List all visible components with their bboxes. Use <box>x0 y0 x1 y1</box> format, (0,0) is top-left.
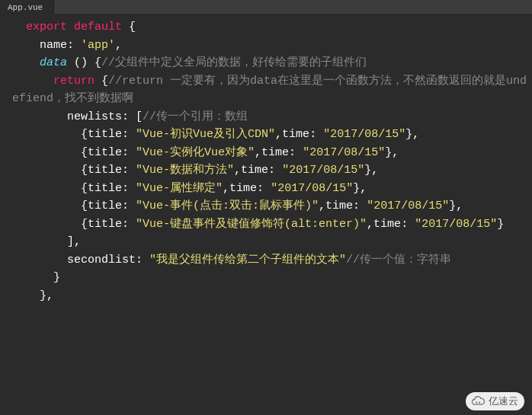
item-title-key: title <box>88 128 122 141</box>
svg-point-1 <box>479 402 480 404</box>
code-content: export default { name: 'app', data () {/… <box>12 18 532 305</box>
cloud-icon <box>470 394 486 409</box>
kw-default: default <box>74 21 122 34</box>
item-time-key: time <box>282 128 309 141</box>
code-editor[interactable]: export default { name: 'app', data () {/… <box>0 14 532 305</box>
comment-data: //父组件中定义全局的数据，好传给需要的子组件们 <box>101 56 367 69</box>
prop-name-val: 'app' <box>81 39 115 52</box>
comment-secondlist: //传一个值：字符串 <box>346 254 451 267</box>
gutter <box>0 18 9 414</box>
prop-secondlist-key: secondlist <box>67 254 136 267</box>
item-time-val: "2017/08/15" <box>323 128 405 141</box>
comment-newlists: //传一个引用：数组 <box>143 110 248 123</box>
tab-app-vue[interactable]: App.vue <box>0 0 54 14</box>
watermark-text: 亿速云 <box>489 394 518 408</box>
kw-return: return <box>53 75 95 88</box>
svg-point-0 <box>476 402 477 404</box>
tab-bar: App.vue <box>0 0 532 14</box>
watermark-badge: 亿速云 <box>466 392 524 410</box>
kw-export: export <box>26 21 67 34</box>
array-close: ], <box>67 235 81 248</box>
brace-close: } <box>53 271 60 284</box>
tab-filename: App.vue <box>8 3 43 12</box>
prop-name-key: name <box>40 39 67 52</box>
prop-secondlist-val: "我是父组件传给第二个子组件的文本" <box>149 254 346 267</box>
brace: { <box>122 21 136 34</box>
item-title-val: "Vue-初识Vue及引入CDN" <box>136 128 275 141</box>
prop-newlists-key: newlists <box>67 110 122 123</box>
prop-data-key: data <box>40 56 67 69</box>
brace-close-comma: }, <box>40 289 53 302</box>
